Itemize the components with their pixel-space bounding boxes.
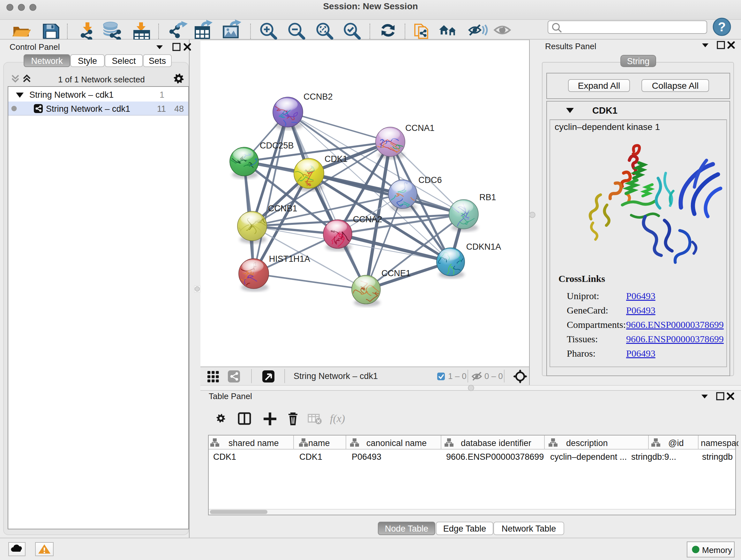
svg-text:CDC6: CDC6: [418, 175, 442, 185]
svg-text:CDC25B: CDC25B: [260, 141, 294, 150]
svg-text:CDKN1A: CDKN1A: [466, 242, 501, 252]
svg-text:name: name: [308, 438, 330, 448]
svg-text:CCNB2: CCNB2: [304, 92, 333, 102]
svg-text:canonical name: canonical name: [366, 438, 427, 448]
svg-text:CDK1: CDK1: [325, 154, 347, 164]
svg-text:CCNA1: CCNA1: [405, 123, 434, 133]
svg-text:namespace: namespace: [701, 438, 738, 448]
svg-text:database identifier: database identifier: [461, 438, 531, 448]
svg-text:description: description: [566, 438, 608, 448]
svg-text:CCNB1: CCNB1: [268, 204, 297, 213]
svg-text:@id: @id: [668, 438, 684, 448]
svg-text:CCNA2: CCNA2: [353, 214, 382, 224]
svg-text:CCNE1: CCNE1: [381, 268, 411, 278]
svg-text:1 – 0: 1 – 0: [448, 371, 467, 381]
svg-text:HIST1H1A: HIST1H1A: [269, 254, 310, 264]
svg-text:shared name: shared name: [228, 438, 279, 448]
svg-text:0 – 0: 0 – 0: [484, 371, 503, 381]
svg-text:RB1: RB1: [479, 192, 496, 202]
svg-text:f(x): f(x): [330, 413, 345, 425]
svg-text:?: ?: [718, 20, 726, 34]
svg-text:String Network – cdk1: String Network – cdk1: [293, 371, 378, 381]
